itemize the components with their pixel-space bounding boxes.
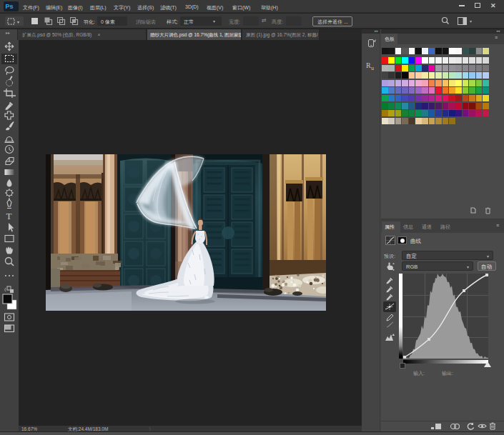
svg-text:u: u [371, 65, 374, 71]
svg-text:T: T [6, 211, 12, 221]
svg-text:R: R [366, 61, 371, 69]
